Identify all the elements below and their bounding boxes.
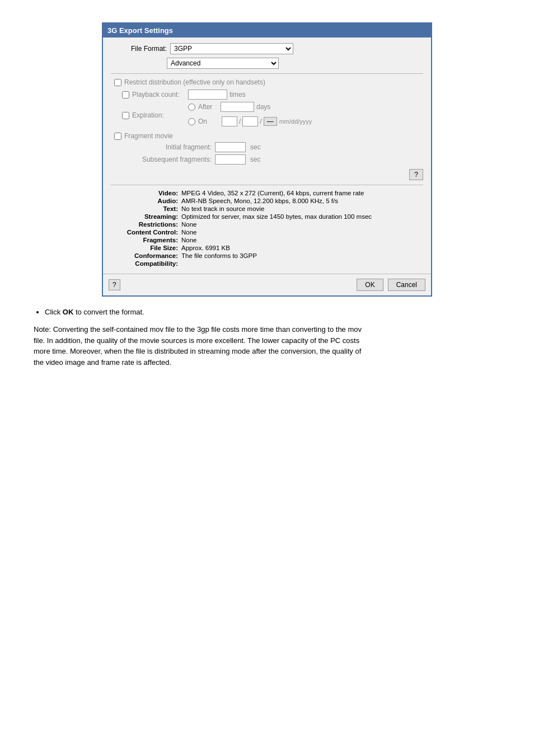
content-control-value: None bbox=[181, 229, 423, 236]
audio-value: AMR-NB Speech, Mono, 12.200 kbps, 8.000 … bbox=[181, 198, 423, 204]
restrict-row: Restrict distribution (effective only on… bbox=[114, 78, 423, 86]
restrictions-label: Restrictions: bbox=[111, 221, 178, 228]
conformance-label: Conformance: bbox=[111, 252, 178, 259]
initial-fragment-input[interactable] bbox=[215, 142, 246, 152]
cancel-button[interactable]: Cancel bbox=[388, 279, 425, 291]
playback-row: Playback count: times bbox=[122, 90, 423, 100]
on-row: On / / — mm/dd/yyyy bbox=[188, 116, 312, 126]
audio-label: Audio: bbox=[111, 198, 178, 204]
restrict-label: Restrict distribution (effective only on… bbox=[124, 78, 265, 86]
restrictions-value: None bbox=[181, 221, 423, 228]
separator1 bbox=[111, 73, 423, 74]
subsequent-fragment-label: Subsequent fragments: bbox=[122, 156, 212, 163]
info-compatibility-row: Compatibility: bbox=[111, 260, 423, 267]
dialog-body: File Format: 3GPP Advanced Restrict dist… bbox=[103, 37, 431, 274]
file-format-select[interactable]: 3GPP bbox=[170, 43, 293, 54]
after-input[interactable] bbox=[221, 102, 254, 112]
after-suffix: days bbox=[256, 103, 270, 111]
file-format-row: File Format: 3GPP bbox=[111, 43, 423, 54]
fragment-row: Fragment movie bbox=[114, 132, 423, 140]
expiration-checkbox[interactable] bbox=[122, 112, 129, 119]
playback-label: Playback count: bbox=[132, 91, 188, 98]
initial-fragment-suffix: sec bbox=[250, 143, 261, 151]
fragments-label: Fragments: bbox=[111, 237, 178, 243]
dialog: 3G Export Settings File Format: 3GPP Adv… bbox=[102, 22, 432, 297]
subsequent-fragment-suffix: sec bbox=[250, 156, 261, 163]
conformance-value: The file conforms to 3GPP bbox=[181, 252, 423, 259]
video-value: MPEG 4 Video, 352 x 272 (Current), 64 kb… bbox=[181, 190, 423, 196]
playback-checkbox[interactable] bbox=[122, 91, 129, 98]
note-text: Note: Converting the self-contained mov … bbox=[34, 324, 369, 368]
text-label: Text: bbox=[111, 205, 178, 212]
compatibility-label: Compatibility: bbox=[111, 260, 178, 267]
after-label: After bbox=[198, 103, 221, 111]
expiration-label: Expiration: bbox=[132, 111, 188, 119]
text-value: No text track in source movie bbox=[181, 205, 423, 212]
content-control-label: Content Control: bbox=[111, 229, 178, 236]
dialog-footer: ? OK Cancel bbox=[103, 274, 431, 295]
streaming-label: Streaming: bbox=[111, 213, 178, 220]
playback-input[interactable] bbox=[188, 90, 227, 100]
bullet-item: Click OK to convert the format. bbox=[45, 308, 512, 316]
info-section: Video: MPEG 4 Video, 352 x 272 (Current)… bbox=[111, 185, 423, 267]
on-label: On bbox=[198, 118, 221, 125]
info-text-row: Text: No text track in source movie bbox=[111, 205, 423, 212]
initial-fragment-row: Initial fragment: sec bbox=[122, 142, 423, 152]
file-format-label: File Format: bbox=[111, 45, 167, 53]
date-day-input[interactable] bbox=[242, 116, 258, 126]
footer-help-button[interactable]: ? bbox=[109, 279, 120, 290]
note-section: Note: Converting the self-contained mov … bbox=[34, 324, 369, 368]
info-audio-row: Audio: AMR-NB Speech, Mono, 12.200 kbps,… bbox=[111, 198, 423, 204]
advanced-row: Advanced bbox=[167, 58, 423, 69]
date-sep2: / bbox=[260, 118, 261, 125]
info-restrictions-row: Restrictions: None bbox=[111, 221, 423, 228]
help-btn-row: ? bbox=[111, 169, 423, 180]
info-streaming-row: Streaming: Optimized for server, max siz… bbox=[111, 213, 423, 220]
help-button[interactable]: ? bbox=[409, 169, 423, 180]
info-fragments-row: Fragments: None bbox=[111, 237, 423, 243]
restrict-checkbox[interactable] bbox=[114, 79, 121, 86]
info-file-size-row: File Size: Approx. 6991 KB bbox=[111, 245, 423, 251]
date-inputs: / / — mm/dd/yyyy bbox=[221, 116, 312, 126]
bullet-section: Click OK to convert the format. bbox=[45, 308, 512, 316]
subsequent-fragment-row: Subsequent fragments: sec bbox=[122, 154, 423, 165]
file-size-label: File Size: bbox=[111, 245, 178, 251]
fragments-value: None bbox=[181, 237, 423, 243]
subsequent-fragment-input[interactable] bbox=[215, 154, 246, 165]
after-row: After days bbox=[188, 102, 312, 112]
dialog-title: 3G Export Settings bbox=[107, 26, 173, 35]
after-radio[interactable] bbox=[188, 104, 195, 111]
compatibility-value bbox=[181, 260, 423, 267]
date-minus-btn[interactable]: — bbox=[264, 117, 277, 126]
page-container: 3G Export Settings File Format: 3GPP Adv… bbox=[11, 11, 523, 383]
ok-bold: OK bbox=[63, 308, 74, 316]
fragment-checkbox[interactable] bbox=[114, 133, 121, 140]
file-size-value: Approx. 6991 KB bbox=[181, 245, 423, 251]
fragment-label: Fragment movie bbox=[124, 132, 173, 140]
info-video-row: Video: MPEG 4 Video, 352 x 272 (Current)… bbox=[111, 190, 423, 196]
footer-buttons: OK Cancel bbox=[357, 279, 425, 291]
info-conformance-row: Conformance: The file conforms to 3GPP bbox=[111, 252, 423, 259]
advanced-select[interactable]: Advanced bbox=[167, 58, 279, 69]
initial-fragment-label: Initial fragment: bbox=[122, 143, 212, 151]
date-month-input[interactable] bbox=[222, 116, 237, 126]
ok-button[interactable]: OK bbox=[357, 279, 383, 291]
playback-suffix: times bbox=[229, 91, 246, 98]
dialog-titlebar: 3G Export Settings bbox=[103, 24, 431, 37]
date-placeholder: mm/dd/yyyy bbox=[279, 118, 312, 125]
date-sep1: / bbox=[239, 118, 241, 125]
expiration-row: Expiration: After days On / bbox=[122, 102, 423, 129]
streaming-value: Optimized for server, max size 1450 byte… bbox=[181, 213, 423, 220]
info-content-control-row: Content Control: None bbox=[111, 229, 423, 236]
on-radio[interactable] bbox=[188, 118, 195, 125]
video-label: Video: bbox=[111, 190, 178, 196]
